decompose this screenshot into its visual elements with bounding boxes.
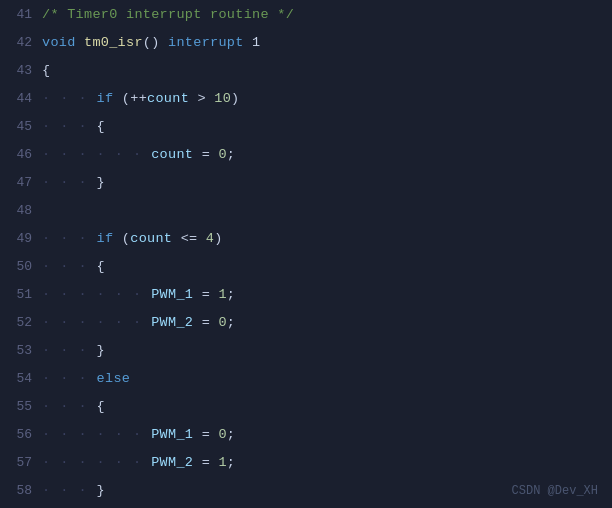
token-keyword: else	[97, 371, 131, 386]
indent-dots: · · ·	[42, 483, 97, 498]
line-number: 57	[0, 455, 42, 470]
token-plain: }	[97, 175, 105, 190]
indent-dots: · · ·	[42, 287, 97, 302]
indent-dots: · · ·	[42, 427, 97, 442]
line-content: void tm0_isr() interrupt 1	[42, 35, 260, 50]
token-number: 4	[206, 231, 214, 246]
watermark: CSDN @Dev_XH	[512, 484, 598, 498]
token-plain: )	[214, 231, 222, 246]
line-number: 51	[0, 287, 42, 302]
line-content: · · · {	[42, 399, 105, 414]
indent-dots: · · ·	[42, 231, 97, 246]
line-number: 55	[0, 399, 42, 414]
indent-dots-2: · · ·	[97, 455, 152, 470]
token-plain: =	[193, 427, 218, 442]
token-plain: =	[193, 287, 218, 302]
line-content: · · · if (++count > 10)	[42, 91, 239, 106]
token-keyword: interrupt	[168, 35, 244, 50]
code-line: 50· · · {	[0, 252, 612, 280]
token-plain: ;	[227, 315, 235, 330]
token-plain: ;	[227, 287, 235, 302]
token-variable: count	[130, 231, 172, 246]
token-plain: }	[97, 483, 105, 498]
line-content: · · · }	[42, 175, 105, 190]
line-content: {	[42, 63, 50, 78]
token-plain: ;	[227, 147, 235, 162]
code-line: 49· · · if (count <= 4)	[0, 224, 612, 252]
token-plain: }	[97, 343, 105, 358]
token-macro: PWM_2	[151, 315, 193, 330]
token-plain: {	[97, 119, 105, 134]
code-line: 42void tm0_isr() interrupt 1	[0, 28, 612, 56]
line-number: 54	[0, 371, 42, 386]
token-number: 1	[218, 287, 226, 302]
token-plain: {	[42, 63, 50, 78]
token-keyword: void	[42, 35, 76, 50]
token-number: 0	[218, 147, 226, 162]
code-line: 46· · · · · · count = 0;	[0, 140, 612, 168]
line-content: /* Timer0 interrupt routine */	[42, 7, 294, 22]
token-plain: {	[97, 259, 105, 274]
line-number: 47	[0, 175, 42, 190]
token-number: 0	[218, 427, 226, 442]
line-number: 43	[0, 63, 42, 78]
token-function: tm0_isr	[84, 35, 143, 50]
token-plain: =	[193, 315, 218, 330]
line-number: 45	[0, 119, 42, 134]
token-keyword: if	[97, 231, 114, 246]
line-content: · · · · · · PWM_2 = 0;	[42, 315, 235, 330]
line-number: 49	[0, 231, 42, 246]
indent-dots: · · ·	[42, 147, 97, 162]
line-number: 56	[0, 427, 42, 442]
token-number: 1	[218, 455, 226, 470]
line-content: · · · · · · PWM_1 = 0;	[42, 427, 235, 442]
token-number: 0	[218, 315, 226, 330]
token-plain	[76, 35, 84, 50]
indent-dots-2: · · ·	[97, 315, 152, 330]
code-line: 57· · · · · · PWM_2 = 1;	[0, 448, 612, 476]
line-number: 42	[0, 35, 42, 50]
token-variable: count	[147, 91, 189, 106]
line-content: · · · · · · PWM_2 = 1;	[42, 455, 235, 470]
line-content: · · · else	[42, 371, 130, 386]
line-number: 58	[0, 483, 42, 498]
token-comment: /* Timer0 interrupt routine */	[42, 7, 294, 22]
code-line: 44· · · if (++count > 10)	[0, 84, 612, 112]
code-line: 54· · · else	[0, 364, 612, 392]
indent-dots: · · ·	[42, 119, 97, 134]
code-line: 59}	[0, 504, 612, 508]
token-plain: >	[189, 91, 214, 106]
indent-dots: · · ·	[42, 259, 97, 274]
token-plain: ;	[227, 427, 235, 442]
line-content: · · · · · · PWM_1 = 1;	[42, 287, 235, 302]
indent-dots: · · ·	[42, 315, 97, 330]
token-number: 10	[214, 91, 231, 106]
code-line: 41/* Timer0 interrupt routine */	[0, 0, 612, 28]
indent-dots-2: · · ·	[97, 427, 152, 442]
code-line: 51· · · · · · PWM_1 = 1;	[0, 280, 612, 308]
line-number: 48	[0, 203, 42, 218]
token-macro: PWM_1	[151, 427, 193, 442]
line-number: 44	[0, 91, 42, 106]
line-content: · · · · · · count = 0;	[42, 147, 235, 162]
line-content: · · · {	[42, 119, 105, 134]
indent-dots: · · ·	[42, 175, 97, 190]
token-plain: =	[193, 147, 218, 162]
line-content: · · · }	[42, 483, 105, 498]
token-plain: =	[193, 455, 218, 470]
line-content: · · · {	[42, 259, 105, 274]
line-number: 46	[0, 147, 42, 162]
token-plain: ()	[143, 35, 168, 50]
token-plain: ;	[227, 455, 235, 470]
indent-dots: · · ·	[42, 455, 97, 470]
line-number: 53	[0, 343, 42, 358]
code-lines: 41/* Timer0 interrupt routine */42void t…	[0, 0, 612, 508]
indent-dots-2: · · ·	[97, 147, 152, 162]
line-content: · · · }	[42, 343, 105, 358]
line-number: 52	[0, 315, 42, 330]
code-line: 45· · · {	[0, 112, 612, 140]
code-line: 48	[0, 196, 612, 224]
line-number: 41	[0, 7, 42, 22]
token-keyword: if	[97, 91, 114, 106]
token-plain: (	[113, 231, 130, 246]
